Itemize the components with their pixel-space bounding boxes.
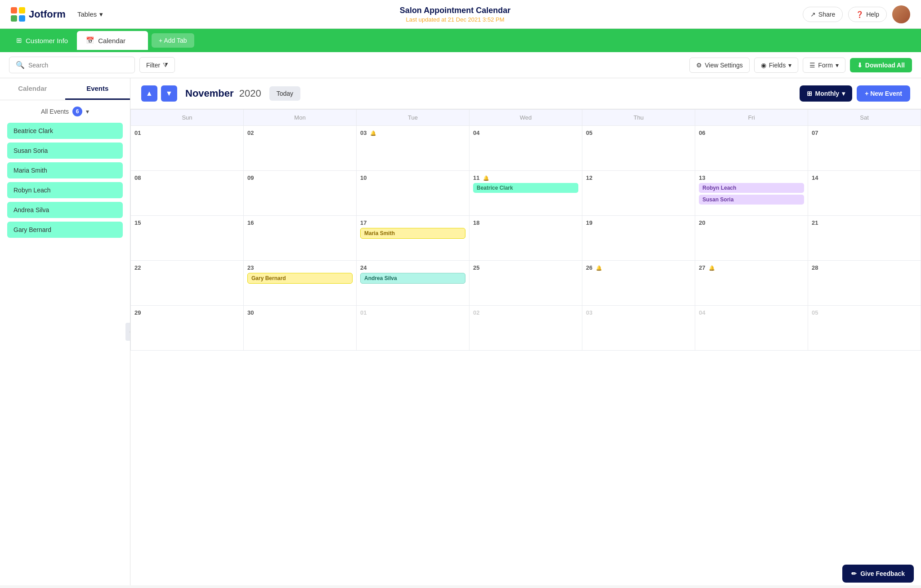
monthly-label: Monthly [815,90,839,97]
table-row[interactable]: 27 🔔 [695,261,808,306]
form-label: Form [818,62,833,69]
table-row[interactable]: 05 [582,126,695,171]
tab-customer-info[interactable]: ⊞ Customer Info [7,32,77,49]
table-row[interactable]: 12 [582,171,695,216]
new-event-button[interactable]: + New Event [857,85,910,102]
form-button[interactable]: ☰ Form ▾ [803,58,845,73]
bell-icon: 🔔 [596,265,602,271]
table-row[interactable]: 04 [695,306,808,351]
customer-info-icon: ⊞ [16,36,22,45]
table-row[interactable]: 07 [808,126,921,171]
table-row[interactable]: 02 [244,126,357,171]
monthly-chevron-icon: ▾ [842,90,845,97]
prev-month-button[interactable]: ▲ [141,85,157,102]
table-row[interactable]: 30 [244,306,357,351]
next-month-button[interactable]: ▼ [161,85,177,102]
table-row[interactable]: 22 [131,261,244,306]
table-row[interactable]: 25 [469,261,582,306]
sidebar-tab-calendar[interactable]: Calendar [0,78,65,100]
sidebar-tab-events[interactable]: Events [65,78,130,100]
table-row[interactable]: 26 🔔 [582,261,695,306]
app-title: Salon Appointment Calendar [400,6,510,15]
tab-calendar-label: Calendar [98,37,125,45]
day-header-fri: Fri [695,110,808,126]
settings-icon: ⚙ [696,62,702,69]
table-row[interactable]: 10 [357,171,469,216]
list-item[interactable]: Gary Bernard [7,222,123,238]
table-row[interactable]: 03 🔔 [357,126,469,171]
list-item[interactable]: Robyn Leach [7,182,123,198]
calendar-event[interactable]: Beatrice Clark [473,183,578,193]
download-button[interactable]: ⬇ Download All [850,58,912,72]
table-row[interactable]: 11 🔔 Beatrice Clark [469,171,582,216]
day-headers-row: Sun Mon Tue Wed Thu Fri Sat [131,110,921,126]
calendar-event[interactable]: Maria Smith [360,228,465,239]
calendar-event[interactable]: Robyn Leach [699,183,804,193]
table-row[interactable]: 28 [808,261,921,306]
table-row[interactable]: 29 [131,306,244,351]
toolbar: 🔍 Filter ⧩ ⚙ View Settings ◉ Fields ▾ ☰ … [0,52,921,78]
day-header-tue: Tue [357,110,469,126]
list-item[interactable]: Maria Smith [7,162,123,178]
form-icon: ☰ [809,62,815,69]
main-content: Calendar Events All Events 6 ▾ Beatrice … [0,78,921,585]
calendar-event[interactable]: Gary Bernard [247,273,353,284]
table-row[interactable]: 02 [469,306,582,351]
today-button[interactable]: Today [269,86,300,101]
calendar-event[interactable]: Susan Soria [699,195,804,205]
tab-options-icon[interactable]: ⋮ [131,36,139,45]
view-settings-button[interactable]: ⚙ View Settings [689,58,750,73]
table-row[interactable]: 16 [244,216,357,261]
fields-icon: ◉ [761,62,766,69]
tables-button[interactable]: Tables ▾ [73,8,107,21]
filter-label: Filter [146,62,160,69]
table-row[interactable]: 08 [131,171,244,216]
table-row[interactable]: 18 [469,216,582,261]
table-row[interactable]: 19 [582,216,695,261]
tab-calendar[interactable]: 📅 Calendar ⋮ [77,31,148,50]
calendar-header: ▲ ▼ November 2020 Today ⊞ Monthly ▾ + Ne… [130,78,921,109]
table-row[interactable]: 05 [808,306,921,351]
header-left: Jotform Tables ▾ [11,7,107,22]
view-settings-label: View Settings [705,62,743,69]
form-chevron-icon: ▾ [836,62,839,69]
table-row[interactable]: 20 [695,216,808,261]
logo[interactable]: Jotform [11,7,66,22]
list-item[interactable]: Andrea Silva [7,202,123,218]
table-row[interactable]: 06 [695,126,808,171]
tables-chevron-icon: ▾ [99,10,103,18]
month-name: November [185,88,234,99]
table-row[interactable]: 15 [131,216,244,261]
give-feedback-button[interactable]: ✏ Give Feedback [842,565,914,583]
share-button[interactable]: ↗ Share [803,7,843,22]
table-row[interactable]: 17 Maria Smith [357,216,469,261]
list-item[interactable]: Susan Soria [7,143,123,159]
table-row[interactable]: 13 Robyn Leach Susan Soria [695,171,808,216]
monthly-view-button[interactable]: ⊞ Monthly ▾ [800,85,852,102]
search-box[interactable]: 🔍 [9,57,135,73]
sidebar-collapse-button[interactable]: ‹ [125,323,130,341]
table-row[interactable]: 09 [244,171,357,216]
download-icon: ⬇ [857,62,863,69]
all-events-chevron-icon[interactable]: ▾ [86,108,89,115]
svg-rect-2 [11,15,17,22]
table-row[interactable]: 21 [808,216,921,261]
fields-button[interactable]: ◉ Fields ▾ [754,58,798,73]
table-row[interactable]: 14 [808,171,921,216]
table-row[interactable]: 24 Andrea Silva [357,261,469,306]
feedback-label: Give Feedback [860,570,905,577]
table-row[interactable]: 01 [357,306,469,351]
table-row[interactable]: 04 [469,126,582,171]
search-input[interactable] [28,62,128,69]
help-button[interactable]: ❓ Help [848,7,887,22]
avatar[interactable] [892,5,910,23]
calendar-event[interactable]: Andrea Silva [360,273,465,284]
day-header-thu: Thu [582,110,695,126]
table-row[interactable]: 23 Gary Bernard [244,261,357,306]
list-item[interactable]: Beatrice Clark [7,123,123,139]
filter-button[interactable]: Filter ⧩ [139,57,175,73]
bell-icon: 🔔 [370,130,376,136]
table-row[interactable]: 03 [582,306,695,351]
add-tab-button[interactable]: + Add Tab [152,33,194,48]
table-row[interactable]: 01 [131,126,244,171]
